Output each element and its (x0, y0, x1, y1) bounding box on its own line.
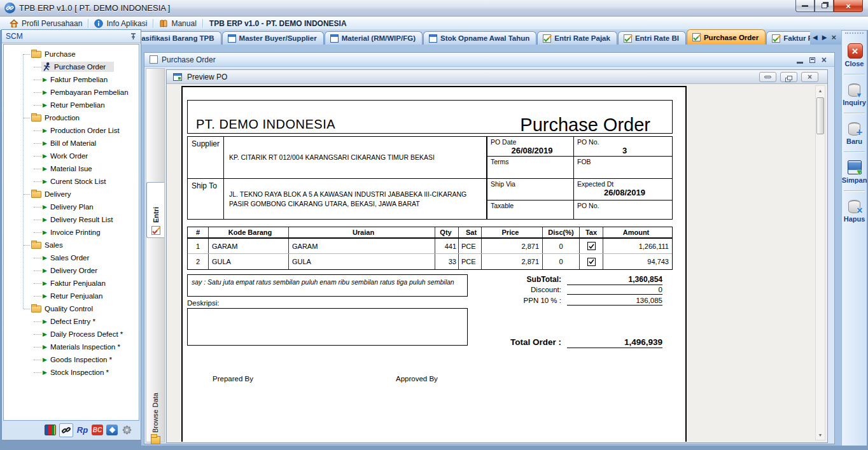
menu-info-aplikasi[interactable]: Info Aplikasi (88, 17, 153, 30)
tree-item-label: Purchase (45, 50, 81, 58)
scroll-tabs-left-icon[interactable]: ◀ (813, 34, 818, 41)
tab-faktur-pembelian[interactable]: Faktur Pembelian (766, 31, 810, 45)
leaf-arrow-icon: ▶ (43, 344, 47, 350)
tree-item-daily-process-defect[interactable]: ▶ Daily Process Defect * (4, 328, 139, 341)
po-no-cell: PO No.3 (574, 137, 672, 157)
tree-item-faktur-pembelian[interactable]: ▶ Faktur Pembelian (4, 73, 139, 86)
leaf-arrow-icon: ▶ (43, 127, 47, 134)
tpb-logo-icon[interactable] (106, 425, 118, 435)
restore-button[interactable] (815, 0, 834, 12)
restore-icon (787, 76, 792, 80)
tree-item-work-order[interactable]: ▶ Work Order (4, 150, 139, 162)
close-tab-icon[interactable]: × (831, 32, 836, 42)
tree-item-retur-penjualan[interactable]: ▶ Retur Penjualan (4, 290, 139, 302)
tree-item-production[interactable]: ▶ Production (4, 111, 139, 124)
window-controls: × (795, 0, 863, 12)
tree-item-defect-entry[interactable]: ▶ Defect Entry * (4, 315, 139, 328)
inquiry-button[interactable]: Inquiry (842, 78, 867, 109)
tree-item-delivery-order[interactable]: ▶ Delivery Order (4, 264, 139, 277)
scroll-down-icon[interactable]: ▼ (816, 430, 825, 440)
tab-icon (330, 34, 339, 43)
tab-material-rm-wip-fg[interactable]: Material (RM/WIP/FG) (325, 31, 423, 45)
close-icon: × (846, 2, 851, 10)
minimize-button[interactable] (759, 72, 776, 82)
tree-item-materials-inspection[interactable]: ▶ Materials Inspection * (4, 341, 139, 353)
tab-entri-rate-pajak[interactable]: Entri Rate Pajak (537, 31, 617, 45)
settings-gear-icon[interactable] (121, 424, 133, 436)
restore-icon[interactable] (809, 57, 815, 63)
tab-label: Entri Rate Pajak (554, 34, 610, 42)
tab-entri-rate-bi[interactable]: Entri Rate BI (618, 31, 686, 45)
menu-manual[interactable]: Manual (153, 17, 202, 30)
side-tab-entri[interactable]: Entri (146, 182, 164, 238)
leaf-arrow-icon: ▶ (43, 318, 47, 325)
tree-item-label: Purchase Order (54, 63, 111, 71)
action-button-label: Close (845, 60, 864, 67)
purchase-order-window-titlebar: Purchase Order × (144, 53, 834, 67)
tree-item-label: Curent Stock List (50, 178, 112, 185)
close-button[interactable]: × (801, 72, 818, 82)
close-icon[interactable]: × (822, 55, 827, 64)
bc-icon[interactable]: BC (92, 425, 103, 435)
tree-item-stock-inspection[interactable]: ▶ Stock Inspection * (4, 366, 139, 379)
preview-vertical-scrollbar[interactable]: ▲ ▼ (815, 85, 825, 440)
tree-item-quality-control[interactable]: ▶ Quality Control (4, 302, 139, 315)
tree-item-purchase-order[interactable]: ▶ Purchase Order (4, 60, 139, 73)
scroll-tabs-right-icon[interactable]: ▶ (822, 34, 827, 41)
tree-item-goods-inspection[interactable]: ▶ Goods Inspection * (4, 353, 139, 366)
tree-item-bill-of-material[interactable]: ▶ Bill of Material (4, 137, 139, 150)
pin-icon[interactable] (130, 32, 137, 40)
tree-item-sales[interactable]: ▶ Sales (4, 239, 139, 251)
tree-item-material-isue[interactable]: ▶ Material Isue (4, 162, 139, 175)
tree-item-pembayaran-pembelian[interactable]: ▶ Pembayaran Pembelian (4, 86, 139, 99)
tree-item-label: Invoice Printing (50, 229, 106, 236)
tree-item-faktur-penjualan[interactable]: ▶ Faktur Penjualan (4, 277, 139, 290)
scrollbar-thumb[interactable] (816, 97, 824, 134)
leaf-arrow-icon: ▶ (43, 331, 47, 337)
tree-item-retur-pembelian[interactable]: ▶ Retur Pembelian (4, 99, 139, 111)
purchase-order-window-icon (150, 55, 158, 64)
mdi-workspace: Purchase Order × Entri Browse Data (141, 45, 841, 446)
tax-checked-icon (587, 258, 596, 266)
leaf-arrow-icon: ▶ (43, 102, 47, 108)
window-title: TPB ERP v1.0 [ PT. DEMO INDONESIA ] (19, 3, 170, 13)
close-button[interactable]: Close (842, 39, 867, 71)
ppn-row: PPN 10 % : 136,085 (456, 297, 662, 307)
simpan-button[interactable]: Simpan (842, 156, 867, 187)
baru-button[interactable]: Baru (842, 117, 867, 148)
preview-po-titlebar: Preview PO × (167, 70, 827, 84)
panel-drag-handle[interactable] (845, 32, 864, 36)
tab-master-buyer-supplier[interactable]: Master Buyer/Supplier (222, 31, 324, 45)
close-button[interactable]: × (834, 0, 863, 12)
leaf-arrow-icon: ▶ (43, 165, 47, 172)
hapus-button[interactable]: Hapus (842, 195, 867, 226)
menu-app-label: TPB ERP v1.0 - PT. DEMO INDONESIA (203, 19, 353, 28)
scroll-up-icon[interactable]: ▲ (816, 86, 825, 95)
tree-item-delivery-plan[interactable]: ▶ Delivery Plan (4, 200, 139, 213)
items-col-kode-barang: Kode Barang (209, 227, 289, 237)
menu-profil-perusahaan[interactable]: Profil Perusahaan (4, 17, 88, 30)
library-icon[interactable] (45, 425, 56, 435)
tree-item-sales-order[interactable]: ▶ Sales Order (4, 251, 139, 264)
restore-button[interactable] (780, 72, 797, 82)
supplier-label: Supplier (188, 137, 224, 178)
po-item-row: 1 GARAM GARAM 441 PCE 2,871 0 1,266,111 (188, 239, 672, 254)
tree-item-purchase[interactable]: ▶ Purchase (4, 48, 139, 60)
side-tab-browse-data[interactable]: Browse Data (146, 358, 164, 447)
minimize-button[interactable] (795, 0, 815, 12)
book-icon (159, 19, 168, 28)
tree-item-curent-stock-list[interactable]: ▶ Curent Stock List (4, 175, 139, 188)
tree-item-label: Production (45, 114, 85, 122)
tree-item-delivery-result-list[interactable]: ▶ Delivery Result List (4, 213, 139, 226)
sidebar-footer-toolbar: Rp BC (3, 421, 139, 439)
tab-purchase-order[interactable]: Purchase Order (687, 29, 766, 45)
link-icon[interactable] (59, 423, 73, 437)
tree-item-delivery[interactable]: ▶ Delivery (4, 188, 139, 200)
deskripsi-box (187, 308, 468, 346)
minimize-icon[interactable] (797, 62, 803, 64)
tree-item-invoice-printing[interactable]: ▶ Invoice Printing (4, 226, 139, 239)
tree-item-production-order-list[interactable]: ▶ Production Order List (4, 124, 139, 137)
tab-lasifikasi-barang-tpb[interactable]: lasifikasi Barang TPB (141, 31, 221, 45)
tab-stok-opname-awal-tahun[interactable]: Stok Opname Awal Tahun (423, 31, 536, 45)
rupiah-icon[interactable]: Rp (76, 424, 88, 436)
